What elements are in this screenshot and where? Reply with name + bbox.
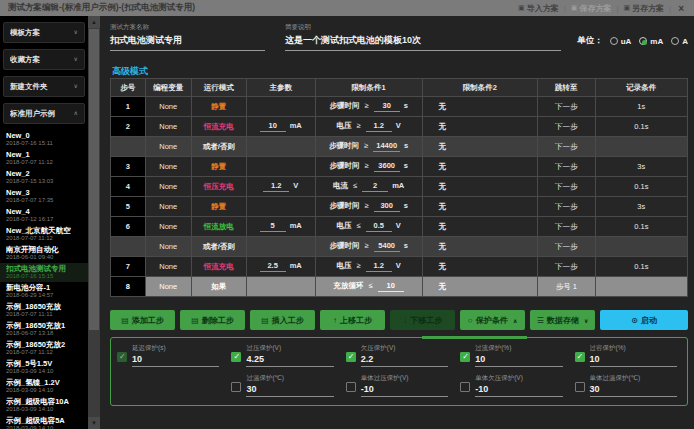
run-mode-cell[interactable]: 静置: [191, 197, 246, 217]
main-param-cell[interactable]: [246, 157, 315, 177]
limit-condition1-cell[interactable]: 充放循环≤10: [315, 277, 422, 297]
record-condition-cell[interactable]: 0.1s: [595, 117, 687, 137]
checkbox[interactable]: [460, 352, 470, 362]
program-variable-cell[interactable]: None: [145, 177, 191, 197]
jump-to-cell[interactable]: 下一步: [537, 177, 595, 197]
jump-to-cell[interactable]: 下一步: [537, 137, 595, 157]
main-param-cell[interactable]: [246, 97, 315, 117]
condition-value[interactable]: 3600: [374, 161, 400, 172]
main-param-cell[interactable]: 10mA: [246, 117, 315, 137]
condition-value[interactable]: 1.2: [366, 261, 392, 272]
record-condition-cell[interactable]: [595, 137, 687, 157]
condition-value[interactable]: 1.2: [366, 121, 392, 132]
list-item[interactable]: New_42018-07-12 16:17: [0, 206, 88, 225]
condition-value[interactable]: 14400: [373, 141, 400, 152]
run-mode-cell[interactable]: 或者/否则: [191, 137, 246, 157]
data-storage-button[interactable]: ☰数据存储∨: [530, 310, 595, 330]
checkbox[interactable]: [575, 382, 585, 392]
limit-condition2-cell[interactable]: 无: [422, 157, 537, 177]
limit-condition2-cell[interactable]: 无: [422, 277, 537, 297]
list-item[interactable]: New_32018-07-07 17:35: [0, 187, 88, 206]
list-item[interactable]: New_北京航天航空2018-07-07 11:12: [0, 225, 88, 244]
list-item[interactable]: 示例_氢镍_1.2V2018-03-09 14:10: [0, 377, 88, 396]
limit-condition1-cell[interactable]: 电压≥1.2V: [315, 117, 422, 137]
program-variable-cell[interactable]: None: [145, 237, 191, 257]
save-as-scheme-button[interactable]: ▣另存方案: [623, 3, 664, 14]
main-param-cell[interactable]: [246, 197, 315, 217]
list-item[interactable]: New_02018-07-16 15:11: [0, 130, 88, 149]
condition-value[interactable]: 2: [362, 181, 388, 192]
scheme-name-field[interactable]: 测试方案名称 扣式电池测试专用: [110, 23, 265, 51]
run-mode-cell[interactable]: 如果: [191, 277, 246, 297]
list-item[interactable]: 南京开翔自动化2018-06-01 09:40: [0, 244, 88, 263]
unit-radio-uA[interactable]: uA: [610, 37, 632, 46]
limit-condition2-cell[interactable]: 无: [422, 117, 537, 137]
move-up-step-button[interactable]: ↑上移工步: [320, 310, 385, 330]
protection-value-input[interactable]: 30: [246, 383, 333, 397]
sidebar-section-1[interactable]: 收藏方案∨: [3, 49, 85, 70]
run-mode-cell[interactable]: 静置: [191, 97, 246, 117]
condition-value[interactable]: 300: [374, 201, 400, 212]
table-row[interactable]: 6None恒流放电5mA电压≤0.5V无下一步0.1s: [111, 217, 688, 237]
program-variable-cell[interactable]: None: [145, 217, 191, 237]
scheme-desc-input[interactable]: 这是一个测试扣式电池的模板10次: [285, 34, 561, 51]
list-item[interactable]: New_22018-07-15 13:03: [0, 168, 88, 187]
jump-to-cell[interactable]: 下一步: [537, 197, 595, 217]
limit-condition1-cell[interactable]: 电流≤2mA: [315, 177, 422, 197]
condition-value[interactable]: 0.5: [366, 221, 392, 232]
scrollbar-thumb[interactable]: [89, 29, 99, 330]
list-item[interactable]: 新电池分容-12018-06-29 14:57: [0, 282, 88, 301]
run-mode-cell[interactable]: 恒流充电: [191, 257, 246, 277]
add-step-button[interactable]: ▤添加工步: [110, 310, 175, 330]
protection-value-input[interactable]: 10: [590, 353, 677, 367]
jump-to-cell[interactable]: 下一步: [537, 157, 595, 177]
limit-condition1-cell[interactable]: 步骤时间≥5400s: [315, 237, 422, 257]
jump-to-cell[interactable]: 下一步: [537, 217, 595, 237]
run-mode-cell[interactable]: 或者/否则: [191, 237, 246, 257]
limit-condition2-cell[interactable]: 无: [422, 217, 537, 237]
program-variable-cell[interactable]: None: [145, 257, 191, 277]
condition-value[interactable]: 5400: [374, 241, 400, 252]
main-param-value[interactable]: 5: [260, 221, 286, 232]
close-button[interactable]: ×: [676, 3, 686, 14]
protection-value-input[interactable]: 2.2: [361, 353, 448, 367]
program-variable-cell[interactable]: None: [145, 137, 191, 157]
record-condition-cell[interactable]: [595, 277, 687, 297]
limit-condition1-cell[interactable]: 电压≥1.2V: [315, 257, 422, 277]
program-variable-cell[interactable]: None: [145, 157, 191, 177]
record-condition-cell[interactable]: 0.1s: [595, 257, 687, 277]
checkbox[interactable]: [117, 352, 127, 362]
protection-value-input[interactable]: 10: [475, 353, 562, 367]
sidebar-section-3[interactable]: 标准用户示例∧: [3, 103, 85, 124]
list-item[interactable]: 示例_超级电容10A2018-03-09 14:10: [0, 396, 88, 415]
checkbox[interactable]: [346, 382, 356, 392]
delete-step-button[interactable]: ▤删除工步: [180, 310, 245, 330]
record-condition-cell[interactable]: 1s: [595, 97, 687, 117]
checkbox[interactable]: [346, 352, 356, 362]
limit-condition1-cell[interactable]: 步骤时间≥300s: [315, 197, 422, 217]
record-condition-cell[interactable]: 0.1s: [595, 217, 687, 237]
program-variable-cell[interactable]: None: [145, 97, 191, 117]
scroll-up-icon[interactable]: ▲: [88, 16, 100, 28]
list-item[interactable]: 示例_18650充放2018-07-07 11:11: [0, 301, 88, 320]
jump-to-cell[interactable]: 下一步: [537, 117, 595, 137]
limit-condition1-cell[interactable]: 步骤时间≥3600s: [315, 157, 422, 177]
scroll-down-icon[interactable]: ▼: [88, 417, 100, 429]
limit-condition2-cell[interactable]: 无: [422, 97, 537, 117]
checkbox[interactable]: [575, 352, 585, 362]
insert-step-button[interactable]: ▤插入工步: [250, 310, 315, 330]
table-row[interactable]: 1None静置步骤时间≥30s无下一步1s: [111, 97, 688, 117]
protection-value-input[interactable]: -10: [475, 383, 562, 397]
main-param-cell[interactable]: [246, 237, 315, 257]
program-variable-cell[interactable]: None: [145, 197, 191, 217]
scheme-name-input[interactable]: 扣式电池测试专用: [110, 34, 265, 51]
record-condition-cell[interactable]: 3s: [595, 197, 687, 217]
protection-value-input[interactable]: -10: [361, 383, 448, 397]
sidebar-scrollbar[interactable]: ▲ ▼: [88, 16, 100, 429]
jump-to-cell[interactable]: 下一步: [537, 257, 595, 277]
list-item[interactable]: 示例_5号1.5V2018-03-09 14:10: [0, 358, 88, 377]
checkbox[interactable]: [231, 382, 241, 392]
sidebar-section-0[interactable]: 模板方案∨: [3, 22, 85, 43]
main-param-cell[interactable]: 1.2V: [246, 177, 315, 197]
main-param-value[interactable]: 10: [260, 121, 286, 132]
